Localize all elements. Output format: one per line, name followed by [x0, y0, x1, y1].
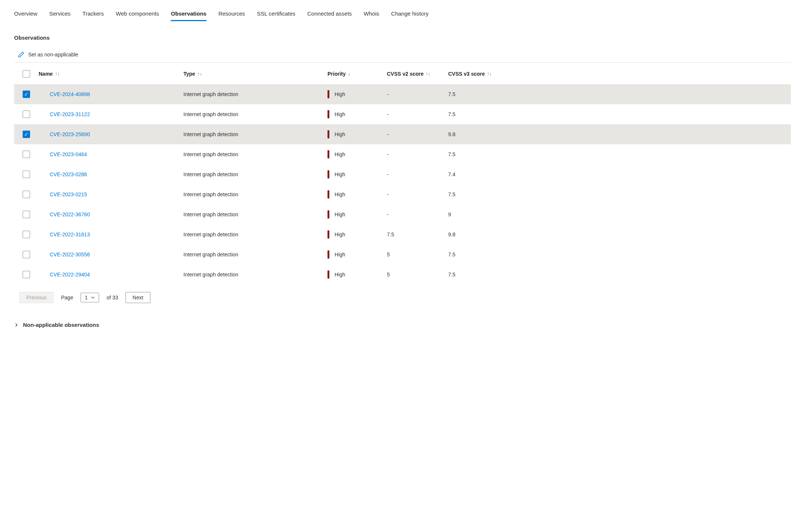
cvss3-cell: 7.5	[448, 252, 508, 257]
pagination: Previous Page 1 of 33 Next	[14, 292, 791, 303]
col-priority[interactable]: Priority ↓	[327, 71, 387, 77]
tab-resources[interactable]: Resources	[218, 7, 245, 20]
priority-cell: High	[327, 230, 387, 239]
type-cell: Internet graph detection	[183, 91, 327, 97]
priority-label: High	[335, 272, 345, 278]
col-cvss2[interactable]: CVSS v2 score ↑↓	[387, 71, 448, 77]
cve-link[interactable]: CVE-2022-30556	[39, 252, 183, 257]
row-checkbox[interactable]	[23, 131, 30, 138]
col-type-label: Type	[183, 71, 195, 77]
non-applicable-label: Non-applicable observations	[23, 322, 99, 328]
cve-link[interactable]: CVE-2022-31813	[39, 231, 183, 237]
table-row: CVE-2022-31813Internet graph detectionHi…	[14, 224, 791, 244]
chevron-down-icon	[91, 295, 95, 300]
non-applicable-section-toggle[interactable]: Non-applicable observations	[14, 322, 791, 328]
priority-indicator	[327, 150, 329, 158]
page-word: Page	[61, 295, 73, 301]
select-all-checkbox[interactable]	[23, 70, 30, 78]
table-row: CVE-2023-0464Internet graph detectionHig…	[14, 144, 791, 164]
col-name[interactable]: Name ↑↓	[39, 71, 183, 77]
page-label: Page	[61, 295, 73, 301]
action-bar: Set as non-applicable	[14, 48, 791, 63]
tab-connected-assets[interactable]: Connected assets	[307, 7, 352, 20]
priority-label: High	[335, 231, 345, 237]
cvss3-cell: 7.5	[448, 151, 508, 157]
cvss2-cell: -	[387, 151, 448, 157]
tab-observations[interactable]: Observations	[171, 7, 206, 20]
table-row: CVE-2023-0286Internet graph detectionHig…	[14, 164, 791, 184]
row-checkbox[interactable]	[23, 91, 30, 98]
cve-link[interactable]: CVE-2022-36760	[39, 211, 183, 217]
tab-trackers[interactable]: Trackers	[82, 7, 104, 20]
previous-button[interactable]: Previous	[19, 292, 53, 303]
cvss3-cell: 7.5	[448, 91, 508, 97]
table-row: CVE-2023-0215Internet graph detectionHig…	[14, 184, 791, 204]
tab-change-history[interactable]: Change history	[391, 7, 428, 20]
col-priority-label: Priority	[327, 71, 346, 77]
priority-cell: High	[327, 210, 387, 219]
tab-web-components[interactable]: Web components	[116, 7, 159, 20]
cvss3-cell: 9.8	[448, 131, 508, 137]
col-cvss3[interactable]: CVSS v3 score ↑↓	[448, 71, 508, 77]
cvss3-cell: 7.5	[448, 272, 508, 278]
row-checkbox[interactable]	[23, 271, 30, 278]
row-checkbox[interactable]	[23, 231, 30, 238]
pencil-icon	[18, 51, 25, 58]
cve-link[interactable]: CVE-2022-29404	[39, 272, 183, 278]
row-checkbox[interactable]	[23, 211, 30, 218]
tab-overview[interactable]: Overview	[14, 7, 38, 20]
priority-indicator	[327, 190, 329, 198]
col-cvss2-label: CVSS v2 score	[387, 71, 424, 77]
type-cell: Internet graph detection	[183, 231, 327, 237]
type-cell: Internet graph detection	[183, 151, 327, 157]
cve-link[interactable]: CVE-2024-40898	[39, 91, 183, 97]
table-row: CVE-2023-25690Internet graph detectionHi…	[14, 124, 791, 144]
next-button[interactable]: Next	[126, 292, 150, 303]
cve-link[interactable]: CVE-2023-0464	[39, 151, 183, 157]
priority-label: High	[335, 211, 345, 217]
table-row: CVE-2022-29404Internet graph detectionHi…	[14, 265, 791, 285]
priority-indicator	[327, 210, 329, 219]
cvss3-cell: 7.4	[448, 171, 508, 177]
priority-cell: High	[327, 130, 387, 138]
tab-ssl-certificates[interactable]: SSL certificates	[257, 7, 296, 20]
of-total: of 33	[107, 295, 118, 301]
type-cell: Internet graph detection	[183, 211, 327, 217]
priority-cell: High	[327, 190, 387, 198]
table-row: CVE-2024-40898Internet graph detectionHi…	[14, 84, 791, 104]
cvss3-cell: 9	[448, 211, 508, 217]
page-select[interactable]: 1	[81, 293, 99, 302]
current-page: 1	[85, 295, 88, 301]
section-title: Observations	[14, 35, 791, 41]
row-checkbox[interactable]	[23, 191, 30, 198]
sort-icon: ↑↓	[487, 71, 492, 76]
tab-whois[interactable]: Whois	[364, 7, 379, 20]
type-cell: Internet graph detection	[183, 171, 327, 177]
cve-link[interactable]: CVE-2023-25690	[39, 131, 183, 137]
cvss2-cell: 5	[387, 252, 448, 257]
cve-link[interactable]: CVE-2023-0286	[39, 171, 183, 177]
row-checkbox[interactable]	[23, 251, 30, 258]
priority-label: High	[335, 191, 345, 197]
cve-link[interactable]: CVE-2023-0215	[39, 191, 183, 197]
sort-icon: ↑↓	[198, 71, 202, 76]
tab-services[interactable]: Services	[49, 7, 71, 20]
row-checkbox[interactable]	[23, 171, 30, 178]
row-checkbox[interactable]	[23, 151, 30, 158]
row-checkbox[interactable]	[23, 111, 30, 118]
type-cell: Internet graph detection	[183, 131, 327, 137]
tabs-nav: OverviewServicesTrackersWeb componentsOb…	[14, 7, 791, 20]
set-non-applicable-action[interactable]: Set as non-applicable	[28, 52, 78, 58]
priority-cell: High	[327, 110, 387, 118]
cvss3-cell: 7.5	[448, 111, 508, 117]
cvss2-cell: -	[387, 171, 448, 177]
priority-indicator	[327, 170, 329, 178]
priority-indicator	[327, 250, 329, 259]
col-type[interactable]: Type ↑↓	[183, 71, 327, 77]
chevron-right-icon	[14, 323, 19, 327]
cvss2-cell: 5	[387, 272, 448, 278]
cve-link[interactable]: CVE-2023-31122	[39, 111, 183, 117]
priority-label: High	[335, 252, 345, 257]
cvss2-cell: 7.5	[387, 231, 448, 237]
col-cvss3-label: CVSS v3 score	[448, 71, 485, 77]
